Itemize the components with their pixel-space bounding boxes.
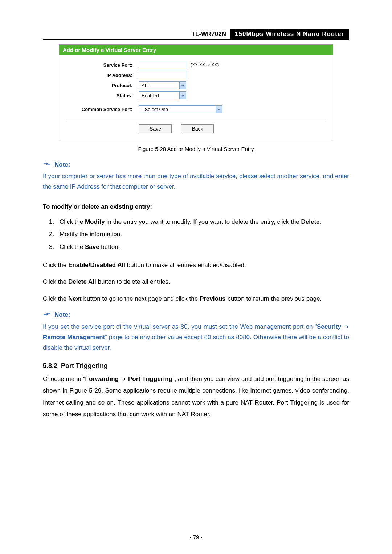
- service-port-input[interactable]: [139, 61, 186, 69]
- model-desc: 150Mbps Wireless N Nano Router: [230, 29, 349, 39]
- back-button[interactable]: Back: [181, 124, 214, 133]
- note-body-2: If you set the service port of the virtu…: [43, 322, 349, 353]
- port-format-hint: (XX-XX or XX): [191, 62, 219, 67]
- section-heading: 5.8.2 Port Triggering: [43, 362, 349, 370]
- protocol-value: ALL: [142, 83, 150, 88]
- chevron-down-icon: [179, 82, 186, 89]
- note-heading-2: Note:: [43, 311, 349, 319]
- note-body-1: If your computer or server has more than…: [43, 171, 349, 192]
- label-service-port: Service Port:: [66, 62, 139, 68]
- note-label: Note:: [54, 161, 70, 168]
- common-service-port-select[interactable]: --Select One--: [139, 105, 222, 113]
- common-service-port-value: --Select One--: [142, 107, 171, 112]
- modify-heading: To modify or delete an existing entry:: [43, 201, 349, 213]
- pointing-hand-icon: [43, 311, 51, 319]
- arrow-right-icon: [121, 373, 126, 385]
- model-number: TL-WR702N: [188, 29, 230, 39]
- page-number: - 79 -: [0, 534, 392, 540]
- status-value: Enabled: [142, 93, 159, 98]
- note-heading: Note:: [43, 161, 349, 168]
- protocol-select[interactable]: ALL: [139, 81, 186, 89]
- figure-caption: Figure 5-28 Add or Modify a Virtual Serv…: [43, 146, 349, 152]
- chevron-down-icon: [179, 92, 186, 99]
- enable-disable-all-text: Click the Enable/Disabled All button to …: [43, 259, 349, 271]
- step-3: Click the Save button.: [56, 241, 349, 253]
- section-body: Choose menu “Forwarding Port Triggering”…: [43, 373, 349, 420]
- panel-title: Add or Modify a Virtual Server Entry: [59, 45, 333, 55]
- next-previous-text: Click the Next button to go to the next …: [43, 293, 349, 305]
- arrow-right-icon: [343, 322, 349, 332]
- step-1: Click the Modify in the entry you want t…: [56, 216, 349, 228]
- save-button[interactable]: Save: [139, 124, 172, 133]
- virtual-server-panel: Add or Modify a Virtual Server Entry Ser…: [59, 44, 333, 140]
- doc-header: TL-WR702N 150Mbps Wireless N Nano Router: [43, 29, 349, 40]
- steps-list: Click the Modify in the entry you want t…: [43, 216, 349, 253]
- status-select[interactable]: Enabled: [139, 91, 186, 99]
- step-2: Modify the information.: [56, 229, 349, 240]
- label-common-service-port: Common Service Port:: [66, 107, 139, 112]
- chevron-down-icon: [216, 106, 222, 113]
- label-ip-address: IP Address:: [66, 73, 139, 78]
- label-status: Status:: [66, 93, 139, 98]
- delete-all-text: Click the Delete All button to delete al…: [43, 276, 349, 288]
- ip-address-input[interactable]: [139, 71, 186, 79]
- pointing-hand-icon: [43, 161, 51, 168]
- label-protocol: Protocol:: [66, 83, 139, 88]
- note-label: Note:: [54, 311, 70, 319]
